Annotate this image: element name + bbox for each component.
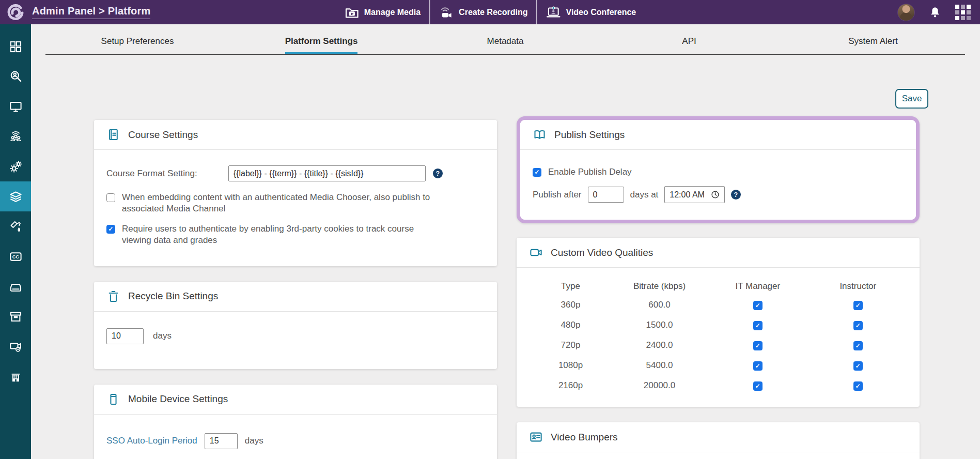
it-manager-checkbox[interactable] (753, 341, 763, 350)
tab-setup-preferences[interactable]: Setup Preferences (45, 36, 229, 54)
sidebar-item-captions[interactable]: CC (0, 241, 31, 271)
table-row: 480p 1500.0 (529, 315, 907, 335)
col-header-it-manager: IT Manager (707, 281, 809, 292)
audience-broadcast-icon (9, 130, 23, 144)
trash-icon (106, 289, 120, 303)
card-title: Course Settings (128, 129, 198, 141)
card-title: Mobile Device Settings (128, 393, 228, 405)
mobile-device-card: Mobile Device Settings SSO Auto-Login Pe… (94, 385, 497, 459)
sidebar-item-displays[interactable] (0, 91, 31, 121)
quality-type: 720p (529, 340, 612, 350)
laptop-conference-icon (546, 5, 561, 20)
instructor-checkbox[interactable] (853, 361, 863, 371)
quality-type: 360p (529, 300, 612, 310)
col-header-instructor: Instructor (809, 281, 907, 292)
clock-icon[interactable] (711, 190, 720, 199)
app-logo-icon[interactable] (6, 3, 25, 22)
recycle-bin-card: Recycle Bin Settings days (94, 282, 497, 369)
help-icon[interactable] (433, 169, 443, 178)
drive-icon (9, 280, 23, 294)
publish-time-input[interactable]: 12:00 AM (664, 186, 725, 203)
sidebar: CC (0, 24, 31, 459)
sidebar-item-organization[interactable] (0, 361, 31, 391)
instructor-checkbox[interactable] (853, 321, 863, 330)
folder-play-icon (344, 5, 360, 20)
create-recording-button[interactable]: Create Recording (429, 0, 536, 24)
user-avatar[interactable] (897, 4, 915, 21)
quality-bitrate: 1500.0 (612, 320, 707, 330)
smartphone-icon (106, 392, 120, 406)
video-qualities-card: Custom Video Qualities Type Bitrate (kbp… (517, 238, 920, 407)
sidebar-item-platform[interactable] (0, 181, 31, 211)
grid-icon (9, 40, 23, 54)
table-row: 2160p 20000.0 (529, 375, 907, 395)
third-party-cookies-checkbox[interactable] (106, 225, 115, 234)
cc-icon: CC (9, 250, 23, 264)
sidebar-item-dashboard[interactable] (0, 32, 31, 62)
sidebar-item-live-events[interactable] (0, 121, 31, 151)
publish-time-value: 12:00 AM (670, 190, 705, 200)
tab-metadata[interactable]: Metadata (413, 36, 597, 54)
quality-bitrate: 600.0 (612, 300, 707, 310)
instructor-checkbox[interactable] (853, 381, 863, 391)
tab-api[interactable]: API (597, 36, 781, 54)
sidebar-item-archive[interactable] (0, 301, 31, 331)
instructor-checkbox[interactable] (853, 301, 863, 310)
tab-system-alert[interactable]: System Alert (781, 36, 965, 54)
open-book-icon (533, 128, 547, 142)
publish-delay-days-input[interactable] (588, 187, 624, 203)
monitor-icon (9, 100, 23, 114)
quality-type: 480p (529, 320, 612, 330)
sidebar-item-settings[interactable] (0, 151, 31, 181)
enable-publish-delay-checkbox[interactable] (533, 168, 541, 177)
course-format-input[interactable] (228, 165, 426, 181)
sidebar-item-recordings[interactable] (0, 331, 31, 361)
top-bar-right (897, 4, 971, 21)
video-bumpers-card: Video Bumpers (517, 422, 920, 459)
quality-bitrate: 20000.0 (612, 380, 707, 391)
sidebar-item-storage[interactable] (0, 271, 31, 301)
broadcast-camera-icon (439, 5, 454, 20)
apps-grid-icon[interactable] (955, 5, 971, 20)
media-chooser-checkbox[interactable] (106, 193, 115, 202)
video-conference-label: Video Conference (566, 8, 636, 17)
settings-tabs: Setup Preferences Platform Settings Meta… (45, 36, 965, 55)
media-chooser-checkbox-label: When embedding content with an authentic… (122, 192, 437, 215)
create-recording-label: Create Recording (459, 8, 527, 17)
instructor-checkbox[interactable] (853, 341, 863, 350)
gears-icon (9, 160, 23, 174)
card-title: Custom Video Qualities (551, 247, 653, 258)
recycle-bin-days-input[interactable] (106, 328, 144, 344)
it-manager-checkbox[interactable] (753, 301, 763, 310)
quality-bitrate: 2400.0 (612, 340, 707, 350)
it-manager-checkbox[interactable] (753, 361, 763, 371)
manage-media-button[interactable]: Manage Media (335, 0, 429, 24)
sso-auto-login-label: SSO Auto-Login Period (106, 436, 197, 446)
card-title: Publish Settings (554, 129, 625, 141)
svg-text:CC: CC (12, 254, 19, 259)
enable-publish-delay-label: Enable Publish Delay (548, 166, 632, 178)
notebook-icon (106, 128, 120, 142)
layers-icon (9, 190, 23, 204)
it-manager-checkbox[interactable] (753, 321, 763, 330)
sidebar-item-user-search[interactable] (0, 62, 31, 91)
save-button[interactable]: Save (895, 89, 928, 109)
table-row: 1080p 5400.0 (529, 355, 907, 375)
third-party-cookies-checkbox-label: Require users to authenticate by enablin… (122, 223, 437, 247)
quality-type: 2160p (529, 380, 612, 391)
id-badge-icon (529, 430, 543, 444)
sidebar-item-branding[interactable] (0, 211, 31, 241)
card-title: Recycle Bin Settings (128, 290, 218, 302)
paint-drop-icon (9, 220, 23, 234)
tab-platform-settings[interactable]: Platform Settings (229, 36, 413, 54)
sso-auto-login-input[interactable] (205, 433, 238, 449)
publish-after-label: Publish after (533, 190, 582, 200)
video-conference-button[interactable]: Video Conference (536, 0, 645, 24)
help-icon[interactable] (731, 190, 741, 200)
recycle-bin-days-label: days (153, 331, 172, 341)
it-manager-checkbox[interactable] (753, 381, 763, 391)
course-settings-card: Course Settings Course Format Setting: W… (94, 120, 497, 266)
col-header-bitrate: Bitrate (kbps) (612, 281, 707, 292)
notifications-bell-icon[interactable] (928, 6, 942, 19)
table-row: 360p 600.0 (529, 295, 907, 315)
